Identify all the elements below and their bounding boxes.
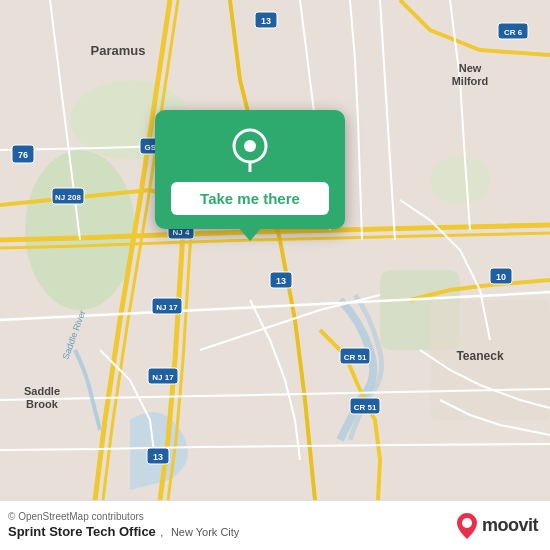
location-info: Sprint Store Tech Office , New York City — [8, 522, 239, 540]
svg-point-41 — [462, 518, 472, 528]
svg-text:13: 13 — [261, 16, 271, 26]
svg-point-4 — [430, 155, 490, 205]
moovit-logo: moovit — [456, 512, 538, 540]
location-pin-icon — [228, 128, 272, 172]
svg-text:New: New — [459, 62, 482, 74]
svg-text:CR 51: CR 51 — [344, 353, 367, 362]
svg-text:CR 51: CR 51 — [354, 403, 377, 412]
moovit-pin-icon — [456, 512, 478, 540]
svg-text:Teaneck: Teaneck — [456, 349, 503, 363]
svg-point-1 — [25, 150, 135, 310]
svg-text:NJ 208: NJ 208 — [55, 193, 81, 202]
bottom-info: © OpenStreetMap contributors Sprint Stor… — [8, 511, 239, 540]
svg-text:13: 13 — [276, 276, 286, 286]
location-city: , — [160, 526, 166, 538]
svg-text:CR 6: CR 6 — [504, 28, 523, 37]
take-me-there-button[interactable]: Take me there — [171, 182, 329, 215]
bottom-bar: © OpenStreetMap contributors Sprint Stor… — [0, 500, 550, 550]
svg-text:Brook: Brook — [26, 398, 59, 410]
svg-text:Milford: Milford — [452, 75, 489, 87]
svg-text:NJ 17: NJ 17 — [152, 373, 174, 382]
map-svg: 76 GSP NJ 208 NJ 4 NJ 17 NJ 17 13 13 13 … — [0, 0, 550, 500]
attribution-text: © OpenStreetMap contributors — [8, 511, 239, 522]
svg-text:13: 13 — [153, 452, 163, 462]
map-container: 76 GSP NJ 208 NJ 4 NJ 17 NJ 17 13 13 13 … — [0, 0, 550, 500]
svg-text:NJ 17: NJ 17 — [156, 303, 178, 312]
svg-text:76: 76 — [18, 150, 28, 160]
popup-card: Take me there — [155, 110, 345, 229]
svg-point-40 — [244, 140, 256, 152]
svg-text:Paramus: Paramus — [91, 43, 146, 58]
moovit-label: moovit — [482, 515, 538, 536]
svg-text:NJ 4: NJ 4 — [173, 228, 190, 237]
svg-text:10: 10 — [496, 272, 506, 282]
location-name: Sprint Store Tech Office — [8, 524, 156, 539]
location-city-label: New York City — [171, 526, 239, 538]
svg-text:Saddle: Saddle — [24, 385, 60, 397]
